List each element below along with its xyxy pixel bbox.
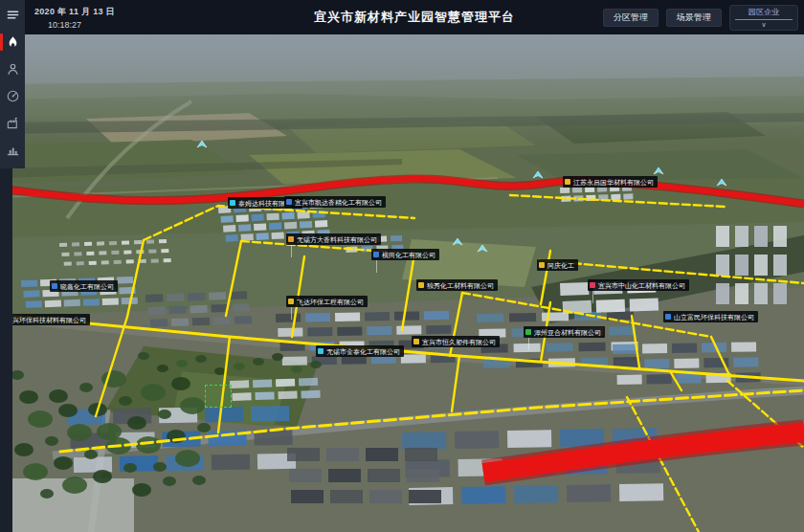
company-label[interactable]: 兴环保科技材料有限公司	[2, 314, 90, 325]
company-name: 宜兴市凯达香精化工有限公司	[295, 197, 382, 208]
poi-marker-icon[interactable]	[716, 178, 727, 187]
chevron-down-icon: ∨	[761, 21, 766, 29]
company-label[interactable]: 潭州亚合材料有限公司	[524, 326, 605, 338]
company-name: 兴环保科技材料有限公司	[12, 315, 86, 325]
zone-manage-button[interactable]: 分区管理	[603, 9, 659, 27]
company-marker-icon	[288, 236, 294, 242]
company-name: 山立富民环保科技有限公司	[674, 312, 754, 322]
company-name: 无锡方大香料科技有限公司	[297, 234, 377, 245]
poi-marker-icon[interactable]	[653, 166, 664, 175]
gauge-icon	[6, 89, 20, 103]
park-enterprise-dropdown[interactable]: 园区企业 ∨	[729, 5, 798, 31]
sidebar-item-factory[interactable]	[0, 109, 25, 136]
company-marker-icon	[413, 339, 419, 344]
datetime: 2020 年 11 月 13 日 10:18:27	[34, 6, 115, 30]
sidebar-icon-rail	[0, 0, 25, 168]
company-marker-icon	[590, 282, 595, 288]
company-name: 宜兴市中山化工材料有限公司	[598, 280, 685, 291]
company-marker-icon	[418, 282, 424, 288]
map-3d-view[interactable]: 泰姆达科技有限公司宜兴市凯达香精化工有限公司无锡方大香料科技有限公司横田化工有限…	[0, 0, 804, 532]
header-actions: 分区管理场景管理 园区企业 ∨	[603, 5, 798, 31]
company-label[interactable]: 独秀化工材料有限公司	[416, 279, 498, 291]
sidebar-item-menu[interactable]	[0, 0, 25, 29]
company-marker-icon	[230, 200, 235, 206]
user-icon	[6, 62, 20, 77]
company-marker-icon	[565, 179, 570, 185]
company-marker-icon	[525, 329, 531, 335]
company-marker-icon	[286, 199, 292, 205]
company-name: 宜兴市恒久塑件有限公司	[422, 337, 496, 347]
current-time: 10:18:27	[48, 20, 115, 30]
current-date: 2020 年 11 月 13 日	[34, 6, 115, 18]
dropdown-label: 园区企业	[748, 8, 779, 17]
header-bar: 2020 年 11 月 13 日 10:18:27 宜兴市新材料产业园智慧管理平…	[25, 0, 804, 34]
scene-manage-button[interactable]: 场景管理	[666, 9, 722, 27]
company-name: 晓鑫化工有限公司	[60, 281, 114, 292]
company-name: 江苏永昌国华材料有限公司	[573, 177, 654, 188]
company-label[interactable]: 宜兴市中山化工材料有限公司	[588, 279, 689, 291]
company-label[interactable]: 无锡方大香料科技有限公司	[286, 233, 381, 245]
bar-chart-icon	[6, 143, 20, 157]
satellite-scene	[0, 0, 804, 532]
company-marker-icon	[539, 262, 545, 268]
menu-icon	[6, 8, 20, 22]
company-name: 同庆化工	[547, 260, 574, 271]
poi-marker-icon[interactable]	[452, 237, 463, 246]
poi-marker-icon[interactable]	[477, 244, 488, 253]
active-indicator	[0, 33, 3, 51]
company-label[interactable]: 同庆化工	[537, 259, 578, 271]
company-name: 飞达环保工程有限公司	[297, 297, 364, 307]
company-label[interactable]: 横田化工有限公司	[371, 249, 439, 260]
company-marker-icon	[665, 314, 671, 320]
flame-icon	[6, 35, 20, 50]
dropdown-divider	[735, 19, 793, 20]
company-marker-icon	[52, 283, 57, 289]
company-label[interactable]: 飞达环保工程有限公司	[286, 296, 368, 307]
company-name: 独秀化工材料有限公司	[427, 280, 494, 291]
poi-marker-icon[interactable]	[196, 140, 208, 148]
company-marker-icon	[318, 348, 324, 354]
poi-marker-icon[interactable]	[532, 170, 544, 179]
company-label[interactable]: 无锡市金泰化工有限公司	[316, 345, 404, 357]
factory-icon	[6, 116, 20, 130]
company-marker-icon	[288, 299, 294, 304]
company-name: 潭州亚合材料有限公司	[534, 327, 601, 338]
company-name: 横田化工有限公司	[382, 250, 436, 260]
company-label[interactable]: 宜兴市恒久塑件有限公司	[412, 336, 500, 347]
company-label[interactable]: 宜兴市凯达香精化工有限公司	[284, 196, 386, 208]
company-name: 无锡市金泰化工有限公司	[326, 346, 400, 357]
sidebar-item-user[interactable]	[0, 55, 25, 82]
sidebar-item-bar-chart[interactable]	[0, 136, 25, 163]
company-label[interactable]: 江苏永昌国华材料有限公司	[563, 176, 658, 188]
sidebar-item-gauge[interactable]	[0, 82, 25, 109]
company-label[interactable]: 山立富民环保科技有限公司	[663, 311, 758, 322]
sidebar-item-flame[interactable]	[0, 29, 25, 55]
company-marker-icon	[373, 252, 379, 257]
app-window: 泰姆达科技有限公司宜兴市凯达香精化工有限公司无锡方大香料科技有限公司横田化工有限…	[0, 0, 804, 532]
company-label[interactable]: 晓鑫化工有限公司	[50, 280, 118, 292]
